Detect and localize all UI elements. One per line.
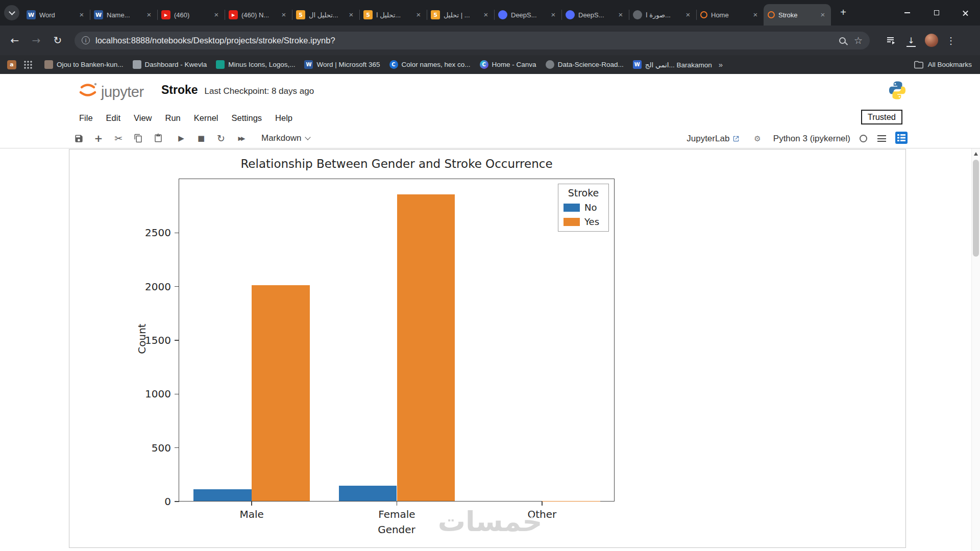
- close-tab-icon[interactable]: ×: [414, 11, 423, 19]
- interrupt-kernel-button[interactable]: ■: [195, 132, 207, 144]
- x-tick: [397, 501, 397, 506]
- back-icon[interactable]: ←: [6, 32, 23, 49]
- scroll-up-icon[interactable]: [974, 152, 978, 156]
- browser-tab-8[interactable]: DeepS...×: [494, 4, 561, 26]
- copy-cell-button[interactable]: [132, 132, 144, 144]
- y-tick-label: 1000: [132, 388, 171, 400]
- bar-male-yes: [252, 285, 310, 501]
- notebook-title[interactable]: Stroke: [161, 83, 198, 97]
- run-cell-button[interactable]: ▶: [175, 132, 187, 144]
- media-queue-icon[interactable]: [882, 32, 899, 49]
- jupyterlab-link[interactable]: JupyterLab: [687, 134, 740, 144]
- close-tab-icon[interactable]: ×: [347, 11, 355, 19]
- notebook-content[interactable]: Relationship Between Gender and Stroke O…: [0, 148, 980, 551]
- run-all-button[interactable]: ▶▶: [235, 132, 247, 144]
- reload-icon[interactable]: ↻: [49, 32, 66, 49]
- menu-help[interactable]: Help: [275, 113, 292, 123]
- window-maximize-icon: [934, 10, 939, 15]
- y-tick: [175, 447, 179, 448]
- scrollbar[interactable]: [971, 148, 980, 551]
- paste-cell-button[interactable]: [152, 132, 164, 144]
- downloads-icon[interactable]: ↓: [902, 32, 920, 49]
- jupyter-logo-icon: [77, 81, 99, 99]
- hamburger-menu-icon[interactable]: [877, 135, 886, 142]
- tab-label: Word: [39, 11, 74, 19]
- browser-tab-12[interactable]: Stroke×: [764, 4, 831, 26]
- menu-file[interactable]: File: [79, 113, 93, 123]
- bookmark-item-4[interactable]: WWord | Microsoft 365: [300, 58, 384, 71]
- new-tab-button[interactable]: +: [836, 6, 850, 20]
- browser-tab-10[interactable]: صورة ا...×: [629, 4, 696, 26]
- y-axis-label: Count: [136, 308, 148, 369]
- bookmark-item-3[interactable]: Minus Icons, Logos,...: [211, 58, 300, 71]
- gray-circle-icon: [546, 60, 554, 69]
- restart-kernel-button[interactable]: ↻: [215, 132, 227, 144]
- browser-tab-7[interactable]: 5تحليل | ...×: [427, 4, 494, 26]
- y-tick: [175, 394, 179, 394]
- bookmarks-bar: a Ojou to Banken-kun...Dashboard - Kwevl…: [0, 55, 980, 74]
- jupyter-logo[interactable]: jupyter: [77, 81, 144, 99]
- chart-title: Relationship Between Gender and Stroke O…: [179, 157, 615, 170]
- window-controls: [893, 0, 980, 26]
- browser-tab-2[interactable]: WName...×: [90, 4, 157, 26]
- zoom-icon[interactable]: [839, 37, 846, 44]
- add-cell-button[interactable]: +: [92, 132, 105, 144]
- menu-settings[interactable]: Settings: [231, 113, 262, 123]
- bookmark-item-6[interactable]: CHome - Canva: [475, 58, 541, 71]
- tab-search-button[interactable]: [4, 5, 19, 20]
- bookmark-item-5[interactable]: CColor names, hex co...: [385, 58, 475, 71]
- forward-icon[interactable]: →: [28, 32, 45, 49]
- menu-edit[interactable]: Edit: [106, 113, 120, 123]
- browser-tab-9[interactable]: DeepS...×: [561, 4, 629, 26]
- bookmarks-overflow-icon[interactable]: »: [719, 60, 723, 69]
- bookmark-star-icon[interactable]: ☆: [854, 35, 863, 46]
- close-tab-icon[interactable]: ×: [819, 11, 827, 19]
- tab-label: Home: [711, 11, 748, 19]
- y-tick: [175, 340, 179, 340]
- bookmark-item-1[interactable]: Ojou to Banken-kun...: [40, 58, 128, 71]
- close-tab-icon[interactable]: ×: [751, 11, 760, 19]
- close-tab-icon[interactable]: ×: [280, 11, 288, 19]
- save-button[interactable]: [72, 132, 85, 144]
- apps-grid-icon[interactable]: [23, 60, 33, 69]
- url-text[interactable]: localhost:8888/notebooks/Desktop/project…: [95, 36, 839, 45]
- close-tab-icon[interactable]: ×: [549, 11, 557, 19]
- gear-icon[interactable]: ⚙: [754, 134, 761, 143]
- notebook-menubar: FileEditViewRunKernelSettingsHelp Truste…: [0, 108, 980, 129]
- menu-view[interactable]: View: [134, 113, 152, 123]
- close-tab-icon[interactable]: ×: [212, 11, 220, 19]
- table-of-contents-icon[interactable]: [895, 132, 908, 146]
- bookmark-item-7[interactable]: Data-Science-Road...: [541, 58, 628, 71]
- tab-label: تحليل ا...: [376, 11, 411, 19]
- browser-tab-1[interactable]: WWord×: [22, 4, 90, 26]
- address-bar[interactable]: i localhost:8888/notebooks/Desktop/proje…: [75, 32, 870, 49]
- word-icon: W: [27, 10, 36, 19]
- browser-tab-6[interactable]: 5تحليل ا...×: [359, 4, 427, 26]
- avatar[interactable]: [925, 34, 938, 47]
- browser-tab-11[interactable]: Home×: [696, 4, 764, 26]
- close-tab-icon[interactable]: ×: [684, 11, 692, 19]
- close-tab-icon[interactable]: ×: [482, 11, 490, 19]
- bookmark-item-8[interactable]: Wانمي الج... Barakamon: [628, 58, 717, 71]
- browser-tab-3[interactable]: ▶(460)×: [157, 4, 225, 26]
- site-info-icon[interactable]: i: [82, 36, 90, 44]
- cell-type-dropdown[interactable]: Markdown: [261, 133, 310, 143]
- browser-tab-4[interactable]: ▶(460) N...×: [225, 4, 292, 26]
- bookmark-item-2[interactable]: Dashboard - Kwevla: [128, 58, 212, 71]
- kernel-name[interactable]: Python 3 (ipykernel): [773, 134, 850, 144]
- all-bookmarks-button[interactable]: All Bookmarks: [914, 61, 972, 69]
- scrollbar-thumb[interactable]: [973, 160, 979, 257]
- minimize-button[interactable]: [893, 0, 922, 26]
- cut-cell-button[interactable]: ✂: [112, 132, 125, 144]
- close-tab-icon[interactable]: ×: [145, 11, 153, 19]
- close-window-button[interactable]: [951, 0, 980, 26]
- maximize-button[interactable]: [922, 0, 951, 26]
- trusted-button[interactable]: Trusted: [861, 110, 902, 124]
- browser-tab-5[interactable]: 5تحليل ال...×: [292, 4, 359, 26]
- close-tab-icon[interactable]: ×: [617, 11, 625, 19]
- bookmark-a-favicon[interactable]: a: [7, 60, 16, 69]
- menu-kernel[interactable]: Kernel: [194, 113, 218, 123]
- menu-kebab-icon[interactable]: ⋮: [942, 32, 960, 49]
- menu-run[interactable]: Run: [165, 113, 181, 123]
- close-tab-icon[interactable]: ×: [78, 11, 86, 19]
